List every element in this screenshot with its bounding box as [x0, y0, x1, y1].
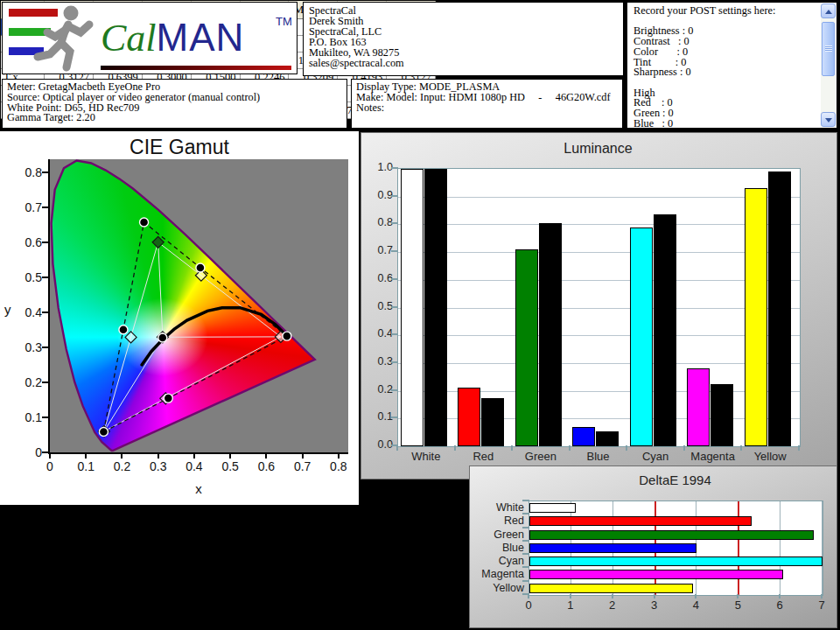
luminance-bar-red-reference — [481, 398, 504, 446]
x-tick — [695, 594, 696, 598]
y-tick — [391, 195, 398, 197]
luminance-bar-green-measured — [515, 249, 538, 446]
category-label: Yellow — [470, 582, 524, 594]
x-tick — [626, 445, 627, 451]
limit-gridline — [738, 501, 739, 595]
text-line: Record your POST settings here: — [634, 6, 836, 17]
text-line: Gamma Target: 2.20 — [7, 113, 346, 123]
x-tick — [740, 445, 742, 451]
x-tick — [737, 594, 738, 598]
meter-info-panel[interactable]: Meter: GretagMacbeth EyeOne ProSource: O… — [2, 79, 347, 129]
x-tick-label: 0.8 — [324, 459, 354, 473]
category-label: White — [470, 501, 524, 514]
calman-logo-icon — [3, 3, 99, 74]
chart-title: DeltaE 1994 — [528, 472, 822, 487]
logo-underline — [101, 66, 291, 70]
cie-measured-point-yellow — [196, 263, 205, 272]
luminance-bar-white-measured — [401, 169, 424, 446]
logo-man: MAN — [157, 16, 245, 59]
y-tick-label: 0.8 — [367, 216, 393, 228]
post-settings-panel[interactable]: Record your POST settings here: Brightne… — [626, 2, 837, 129]
x-axis-label: x — [0, 481, 397, 496]
category-label: Blue — [570, 450, 627, 463]
x-tick-label: 0.3 — [144, 459, 173, 473]
gridline — [398, 224, 800, 225]
x-tick — [511, 445, 513, 451]
x-tick — [570, 594, 571, 598]
gridline — [780, 501, 780, 595]
cie-overlay — [50, 159, 348, 452]
y-tick — [522, 513, 529, 514]
x-tick — [265, 452, 267, 458]
deltae-bar-red — [529, 516, 752, 526]
y-tick-label: 0.9 — [367, 189, 393, 201]
category-label: Green — [512, 450, 570, 463]
cie-measured-point-cyan — [119, 326, 128, 334]
y-tick — [391, 167, 398, 169]
text-line: Sharpness : 0 — [634, 67, 836, 78]
luminance-plot-area — [397, 168, 801, 447]
x-tick — [683, 445, 685, 451]
x-tick-label: 0 — [520, 598, 537, 612]
display-info-panel[interactable]: Display Type: MODE_PLASMAMake: Model: In… — [351, 79, 623, 129]
y-tick — [391, 306, 398, 308]
y-tick-label: 0.2 — [7, 375, 42, 389]
deltae-plot-area — [528, 500, 823, 596]
y-tick — [391, 389, 398, 391]
text-line: Blue : 0 — [634, 119, 836, 130]
y-tick — [522, 566, 529, 568]
x-tick-label: 3 — [646, 598, 663, 612]
y-tick-label: 0.6 — [367, 272, 393, 284]
deltae-bar-white — [529, 503, 576, 513]
post-settings-text[interactable]: Record your POST settings here: Brightne… — [634, 6, 836, 129]
gridline — [398, 280, 800, 281]
y-tick-label: 0.2 — [367, 383, 393, 396]
y-tick-label: 0 — [7, 445, 42, 459]
y-tick — [391, 361, 398, 363]
luminance-bar-blue-measured — [572, 427, 595, 446]
cie-measured-point-magenta — [164, 394, 172, 402]
y-tick — [42, 206, 48, 208]
scrollbar-thumb[interactable] — [822, 22, 835, 76]
luminance-bar-yellow-reference — [768, 172, 791, 446]
x-tick-label: 0.1 — [71, 459, 101, 473]
y-tick — [391, 333, 398, 335]
red-bar-icon — [9, 9, 58, 17]
x-tick-label: 0 — [35, 459, 65, 473]
gridline — [398, 335, 800, 336]
y-tick — [522, 540, 529, 542]
chart-title: Luminance — [397, 141, 799, 157]
deltae-bar-yellow — [529, 584, 693, 593]
text-line: Notes: — [356, 103, 622, 114]
y-tick — [42, 172, 48, 173]
category-label: Red — [470, 514, 524, 527]
cie-measured-point-white — [158, 333, 167, 342]
scrollbar[interactable] — [821, 4, 836, 127]
y-tick — [42, 276, 48, 278]
scroll-down-icon[interactable] — [821, 112, 836, 127]
luminance-bar-magenta-measured — [687, 368, 710, 446]
cie-measured-point-blue — [99, 428, 108, 437]
contact-info-panel[interactable]: SpectraCalDerek SmithSpectraCal, LLCP.O.… — [303, 2, 624, 76]
x-tick — [85, 452, 87, 458]
luminance-chart: Luminance 0.00.10.20.30.40.50.60.70.80.9… — [360, 132, 837, 480]
x-tick-label: 2 — [604, 598, 621, 612]
x-tick — [338, 452, 340, 458]
x-tick — [121, 452, 122, 458]
y-tick — [42, 242, 48, 243]
gridline — [398, 308, 800, 309]
y-tick — [391, 278, 398, 280]
deltae-bar-blue — [529, 543, 696, 553]
x-tick-label: 6 — [771, 598, 788, 612]
x-tick — [454, 445, 456, 451]
deltae-bar-magenta — [529, 570, 783, 579]
category-label: Magenta — [684, 450, 742, 463]
category-label: Cyan — [626, 450, 684, 463]
y-tick — [42, 416, 48, 418]
deltae-bar-green — [529, 530, 814, 540]
luminance-bar-yellow-measured — [745, 188, 767, 446]
x-tick-label: 7 — [813, 598, 830, 612]
scroll-up-icon[interactable] — [821, 4, 836, 18]
y-tick-label: 1.0 — [367, 161, 393, 173]
y-tick — [42, 346, 48, 348]
